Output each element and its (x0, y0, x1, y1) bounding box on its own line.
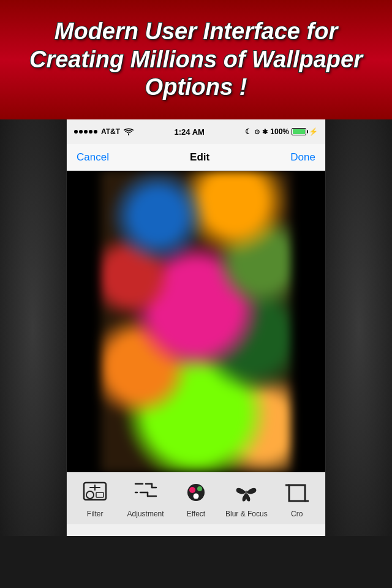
toolbar-item-crop[interactable]: Cro (276, 479, 318, 518)
status-left: AT&T (74, 127, 134, 136)
edit-bar: Cancel Edit Done (67, 144, 325, 171)
cancel-button[interactable]: Cancel (77, 151, 109, 164)
blur-focus-label: Blur & Focus (225, 510, 268, 518)
toolbar-item-adjustment[interactable]: Adjustment (124, 479, 167, 518)
crop-label: Cro (291, 510, 303, 518)
phone-bg-right (326, 119, 392, 536)
battery-tip (307, 130, 308, 134)
signal-dot-1 (74, 130, 78, 134)
status-right: ☾ ⊙ ✱ 100% ⚡ (245, 127, 318, 136)
svg-point-12 (189, 487, 195, 493)
filter-icon (81, 479, 108, 506)
battery-fill (293, 129, 305, 134)
bottom-toolbar: Filter Adjust (67, 472, 325, 524)
signal-dot-4 (89, 130, 92, 134)
signal-bars (74, 130, 97, 134)
toolbar-item-filter[interactable]: Filter (74, 479, 116, 518)
svg-rect-2 (96, 492, 104, 497)
adjustment-icon (132, 479, 159, 506)
battery-percent: 100% (270, 127, 289, 136)
effect-label: Effect (187, 510, 205, 518)
carrier-label: AT&T (101, 127, 120, 136)
svg-point-1 (86, 491, 94, 499)
done-button[interactable]: Done (290, 151, 315, 164)
effect-icon (183, 479, 209, 506)
alarm-icon: ⊙ (254, 128, 260, 136)
phone-bg-left (0, 119, 66, 536)
bluetooth-icon: ✱ (262, 128, 268, 136)
adjustment-label: Adjustment (127, 510, 164, 518)
phone-screen: AT&T 1:24 AM ☾ ⊙ ✱ 100% (67, 119, 325, 536)
signal-dot-2 (79, 130, 83, 134)
svg-point-14 (193, 493, 198, 499)
filter-label: Filter (87, 510, 104, 518)
header-banner: Modern User Interface for Creating Milli… (0, 0, 392, 119)
moon-icon: ☾ (245, 127, 252, 136)
signal-dot-3 (84, 130, 88, 134)
toolbar-item-blur-focus[interactable]: Blur & Focus (225, 479, 268, 518)
svg-rect-16 (289, 485, 305, 501)
svg-point-13 (197, 486, 202, 491)
toolbar-item-effect[interactable]: Effect (175, 479, 217, 518)
photo-edit-area (67, 171, 325, 472)
phone-area: AT&T 1:24 AM ☾ ⊙ ✱ 100% (0, 119, 392, 536)
blur-focus-icon (233, 479, 260, 506)
crop-icon (284, 479, 311, 506)
powder-photo (101, 171, 291, 472)
edit-title: Edit (190, 151, 209, 164)
status-time: 1:24 AM (175, 127, 205, 137)
wifi-icon (124, 128, 134, 135)
status-bar: AT&T 1:24 AM ☾ ⊙ ✱ 100% (67, 119, 325, 144)
header-title: Modern User Interface for Creating Milli… (18, 18, 374, 102)
charging-icon: ⚡ (309, 127, 318, 136)
battery-icon (292, 128, 306, 135)
signal-dot-5 (94, 130, 97, 134)
svg-point-15 (245, 491, 247, 494)
